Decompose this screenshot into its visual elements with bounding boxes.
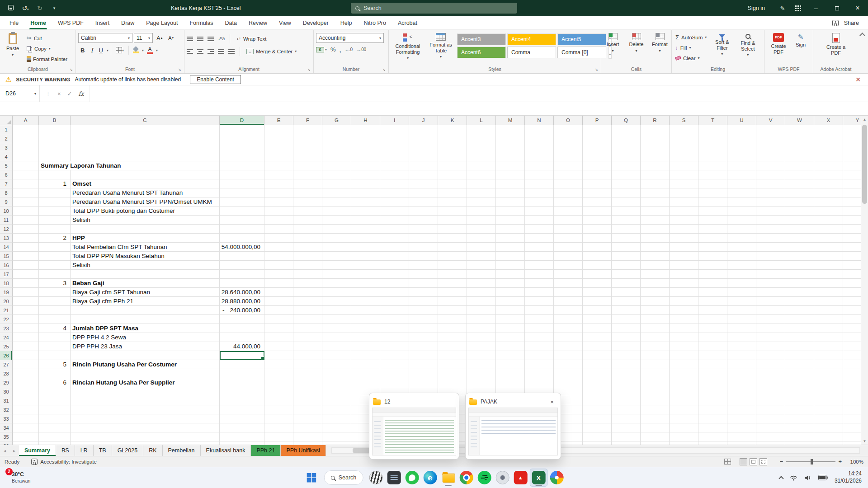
fill-button[interactable]: ↓ Fill ▾ — [674, 43, 708, 52]
row-header-5[interactable]: 5 — [0, 161, 13, 170]
cell-Q2[interactable] — [612, 134, 641, 143]
cell-G34[interactable] — [322, 423, 351, 432]
cell-D36[interactable] — [220, 441, 264, 445]
cell-J20[interactable] — [409, 297, 438, 306]
cell-S18[interactable] — [670, 279, 698, 288]
cell-T13[interactable] — [698, 234, 727, 243]
cell-B7[interactable]: 1 — [39, 179, 71, 188]
cell-T29[interactable] — [698, 378, 727, 387]
row-header-9[interactable]: 9 — [0, 197, 13, 206]
cell-T17[interactable] — [698, 270, 727, 279]
cell-J8[interactable] — [409, 188, 438, 197]
cell-F9[interactable] — [293, 197, 322, 206]
cell-P29[interactable] — [583, 378, 612, 387]
cell-J24[interactable] — [409, 333, 438, 342]
cell-P20[interactable] — [583, 297, 612, 306]
customize-quick-access-icon[interactable]: ▾ — [51, 6, 58, 10]
col-header-X[interactable]: X — [814, 116, 843, 125]
cell-U2[interactable] — [727, 134, 756, 143]
cell-U8[interactable] — [727, 188, 756, 197]
cell-W35[interactable] — [785, 432, 814, 441]
cell-M28[interactable] — [496, 369, 525, 378]
cell-X1[interactable] — [814, 125, 843, 134]
acrobat-create-pdf-button[interactable]: Create a PDF — [822, 32, 849, 56]
cell-V13[interactable] — [756, 234, 785, 243]
cell-T22[interactable] — [698, 315, 727, 324]
cell-O12[interactable] — [554, 225, 583, 234]
cell-W34[interactable] — [785, 423, 814, 432]
cell-C11[interactable]: Selisih — [71, 216, 220, 225]
cell-I14[interactable] — [380, 243, 409, 252]
cell-D31[interactable] — [220, 396, 264, 405]
wrap-text-button[interactable]: ↵ Wrap Text — [235, 34, 268, 43]
row-header-25[interactable]: 25 — [0, 342, 13, 351]
cell-V26[interactable] — [756, 351, 785, 360]
message-bar-close-icon[interactable]: ✕ — [855, 76, 861, 83]
cell-E23[interactable] — [264, 324, 293, 333]
cell-A14[interactable] — [13, 243, 39, 252]
cell-T25[interactable] — [698, 342, 727, 351]
cell-F19[interactable] — [293, 288, 322, 297]
cell-F11[interactable] — [293, 216, 322, 225]
decrease-indent-icon[interactable] — [218, 49, 224, 54]
cell-C21[interactable] — [71, 306, 220, 315]
cell-M20[interactable] — [496, 297, 525, 306]
cell-R19[interactable] — [641, 288, 670, 297]
cell-P34[interactable] — [583, 423, 612, 432]
cell-Q14[interactable] — [612, 243, 641, 252]
cell-P9[interactable] — [583, 197, 612, 206]
cell-K22[interactable] — [438, 315, 467, 324]
cell-X5[interactable] — [814, 161, 843, 170]
row-header-27[interactable]: 27 — [0, 360, 13, 369]
cell-Y8[interactable] — [843, 188, 861, 197]
cell-E14[interactable] — [264, 243, 293, 252]
cell-W21[interactable] — [785, 306, 814, 315]
cell-R22[interactable] — [641, 315, 670, 324]
cell-E10[interactable] — [264, 206, 293, 216]
cell-G5[interactable] — [322, 161, 351, 170]
cell-O29[interactable] — [554, 378, 583, 387]
zoom-level[interactable]: 100% — [844, 459, 863, 465]
cell-D22[interactable] — [220, 315, 264, 324]
cell-O18[interactable] — [554, 279, 583, 288]
weather-widget[interactable]: 2 30°C Berawan — [12, 471, 30, 484]
cell-P2[interactable] — [583, 134, 612, 143]
cell-U4[interactable] — [727, 152, 756, 161]
cell-O6[interactable] — [554, 170, 583, 179]
cell-B18[interactable]: 3 — [39, 279, 71, 288]
cell-R34[interactable] — [641, 423, 670, 432]
taskbar-whatsapp-button[interactable] — [403, 469, 421, 487]
cell-V32[interactable] — [756, 405, 785, 414]
cell-Q23[interactable] — [612, 324, 641, 333]
cell-H7[interactable] — [351, 179, 380, 188]
cell-G14[interactable] — [322, 243, 351, 252]
clear-button[interactable]: Clear ▾ — [674, 53, 708, 63]
cell-V27[interactable] — [756, 360, 785, 369]
cell-I5[interactable] — [380, 161, 409, 170]
ribbon-display-options-icon[interactable] — [790, 0, 806, 16]
cell-Q6[interactable] — [612, 170, 641, 179]
font-name-combobox[interactable]: Calibri ▾ — [78, 33, 132, 43]
cell-P1[interactable] — [583, 125, 612, 134]
cell-A26[interactable] — [13, 351, 39, 360]
cell-R29[interactable] — [641, 378, 670, 387]
cell-A22[interactable] — [13, 315, 39, 324]
cell-J26[interactable] — [409, 351, 438, 360]
cell-H3[interactable] — [351, 143, 380, 152]
cell-L16[interactable] — [467, 261, 496, 270]
cell-Y4[interactable] — [843, 152, 861, 161]
cell-P16[interactable] — [583, 261, 612, 270]
cell-B28[interactable] — [39, 369, 71, 378]
cell-M27[interactable] — [496, 360, 525, 369]
cell-K15[interactable] — [438, 252, 467, 261]
cell-T18[interactable] — [698, 279, 727, 288]
row-header-18[interactable]: 18 — [0, 279, 13, 288]
cell-U9[interactable] — [727, 197, 756, 206]
cell-Q21[interactable] — [612, 306, 641, 315]
cell-V21[interactable] — [756, 306, 785, 315]
cell-B21[interactable] — [39, 306, 71, 315]
cell-R35[interactable] — [641, 432, 670, 441]
cell-P33[interactable] — [583, 414, 612, 423]
cell-X18[interactable] — [814, 279, 843, 288]
cell-Q10[interactable] — [612, 206, 641, 216]
